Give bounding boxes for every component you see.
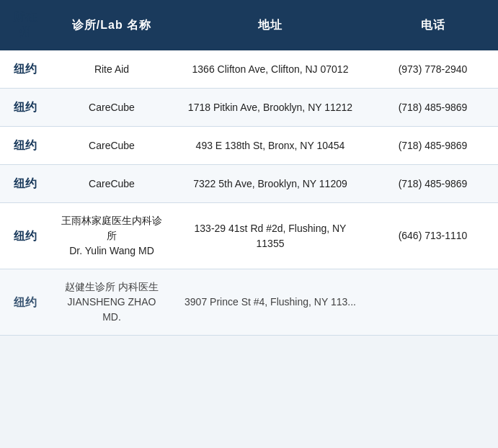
header-state: 所在州 xyxy=(0,0,50,50)
cell-address: 3907 Prince St #4, Flushing, NY 113... xyxy=(173,269,368,336)
cell-name: CareCube xyxy=(50,165,173,203)
cell-phone xyxy=(368,269,498,336)
cell-phone: (646) 713-1110 xyxy=(368,203,498,269)
cell-state: 纽约 xyxy=(0,89,50,127)
cell-address: 7322 5th Ave, Brooklyn, NY 11209 xyxy=(173,165,368,203)
cell-name: 王雨林家庭医生内科诊所 Dr. Yulin Wang MD xyxy=(50,203,173,269)
cell-address: 493 E 138th St, Bronx, NY 10454 xyxy=(173,127,368,165)
cell-state: 纽约 xyxy=(0,50,50,89)
cell-name: Rite Aid xyxy=(50,50,173,89)
main-table-container: 所在州 诊所/Lab 名称 地址 电话 纽约Rite Aid1366 Clift… xyxy=(0,0,498,336)
clinic-table: 所在州 诊所/Lab 名称 地址 电话 纽约Rite Aid1366 Clift… xyxy=(0,0,498,336)
cell-address: 1718 Pitkin Ave, Brooklyn, NY 11212 xyxy=(173,89,368,127)
table-row: 纽约CareCube1718 Pitkin Ave, Brooklyn, NY … xyxy=(0,89,498,127)
header-phone: 电话 xyxy=(368,0,498,50)
cell-name: CareCube xyxy=(50,127,173,165)
cell-state: 纽约 xyxy=(0,269,50,336)
cell-state: 纽约 xyxy=(0,203,50,269)
cell-phone: (718) 485-9869 xyxy=(368,89,498,127)
cell-name: 赵健生诊所 内科医生 JIANSHENG ZHAO MD. xyxy=(50,269,173,336)
table-row: 纽约CareCube7322 5th Ave, Brooklyn, NY 112… xyxy=(0,165,498,203)
cell-phone: (718) 485-9869 xyxy=(368,127,498,165)
table-row: 纽约CareCube493 E 138th St, Bronx, NY 1045… xyxy=(0,127,498,165)
cell-name: CareCube xyxy=(50,89,173,127)
header-name: 诊所/Lab 名称 xyxy=(50,0,173,50)
table-row: 纽约Rite Aid1366 Clifton Ave, Clifton, NJ … xyxy=(0,50,498,89)
cell-state: 纽约 xyxy=(0,127,50,165)
table-row: 纽约王雨林家庭医生内科诊所 Dr. Yulin Wang MD133-29 41… xyxy=(0,203,498,269)
cell-phone: (973) 778-2940 xyxy=(368,50,498,89)
cell-address: 133-29 41st Rd #2d, Flushing, NY 11355 xyxy=(173,203,368,269)
header-address: 地址 xyxy=(173,0,368,50)
table-row: 纽约赵健生诊所 内科医生 JIANSHENG ZHAO MD.3907 Prin… xyxy=(0,269,498,336)
cell-state: 纽约 xyxy=(0,165,50,203)
table-header-row: 所在州 诊所/Lab 名称 地址 电话 xyxy=(0,0,498,50)
cell-phone: (718) 485-9869 xyxy=(368,165,498,203)
cell-address: 1366 Clifton Ave, Clifton, NJ 07012 xyxy=(173,50,368,89)
